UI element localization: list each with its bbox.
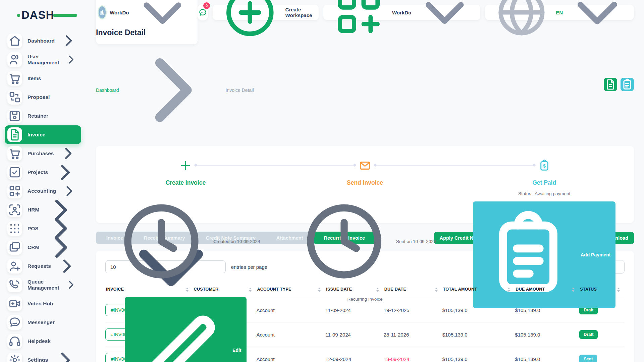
chevron-down-icon (415, 0, 475, 43)
table-header-cell[interactable]: ACCOUNT TYPE (256, 284, 325, 298)
progress-step: $ Get Paid Status : Awaiting payment Add… (454, 146, 634, 362)
breadcrumb-link[interactable]: Dashboard (96, 87, 119, 93)
sidebar-item-label: HRM (28, 207, 39, 213)
chat-round-icon (7, 315, 22, 330)
sidebar-item-label: Dashboard (28, 38, 55, 44)
sidebar-item[interactable]: User Management (5, 50, 81, 69)
sort-desc-icon (186, 290, 189, 292)
chevron-right-icon (65, 53, 77, 66)
sidebar-item[interactable]: Dashboard (5, 32, 81, 50)
plus-icon (179, 159, 192, 172)
column-label: ACCOUNT TYPE (257, 287, 291, 292)
sort-asc-icon (617, 288, 620, 289)
chevron-right-icon (122, 40, 223, 140)
table-header-cell[interactable]: DUE AMOUNT (515, 284, 579, 298)
column-label: STATUS (580, 287, 597, 292)
grid-plus-icon (7, 184, 22, 198)
sort-asc-icon (186, 288, 189, 289)
sidebar-item[interactable]: Projects (5, 163, 81, 182)
clipboard-dollar-icon: $ (538, 159, 551, 172)
cart-icon (7, 146, 22, 161)
sidebar-item[interactable]: Items (5, 69, 81, 88)
page-header-buttons (604, 78, 634, 91)
clipboard-icon (621, 78, 634, 91)
sidebar-item[interactable]: Settings (5, 351, 81, 362)
sidebar-item-label: Projects (28, 169, 48, 175)
table-header-cell[interactable]: ISSUE DATE (325, 284, 383, 298)
clock-icon (294, 191, 394, 292)
chevron-right-icon (56, 256, 77, 277)
step-title: Get Paid (532, 179, 556, 186)
sidebar-item-label: Messenger (28, 319, 55, 325)
column-label: ISSUE DATE (326, 287, 352, 292)
sidebar-item[interactable]: Requests (5, 257, 81, 276)
column-label: DUE AMOUNT (516, 287, 545, 292)
sort-icon (435, 288, 438, 292)
step-title: Create Invoice (166, 179, 206, 186)
chevron-right-icon (53, 161, 77, 184)
pencil-icon (130, 300, 230, 362)
brand-name: DASH (21, 9, 54, 21)
sort-icon (507, 288, 510, 292)
table-header-cell[interactable]: STATUS (579, 284, 625, 298)
sort-desc-icon (376, 290, 379, 292)
sidebar-item[interactable]: Retainer (5, 107, 81, 125)
sidebar-item[interactable]: Messenger (5, 313, 81, 332)
table-header-cell[interactable]: DUE DATE (384, 284, 442, 298)
step-meta-text: Created on 10-09-2024 (213, 239, 260, 244)
sort-asc-icon (572, 288, 575, 289)
language-selector[interactable]: EN (485, 5, 634, 20)
page-title: Invoice Detail (96, 28, 254, 37)
logo-dot (17, 14, 20, 17)
grid-plus-icon (329, 0, 389, 43)
topbar-right: 0 Create Workspace WorkDo EN (198, 4, 634, 20)
sidebar-item-label: Settings (28, 357, 48, 362)
sort-icon (376, 288, 379, 292)
sort-asc-icon (507, 288, 510, 289)
sidebar-item-label: Items (28, 75, 41, 81)
sidebar-item-label: POS (28, 226, 39, 232)
main-area: WorkDo 0 Create Workspace WorkDo EN (86, 0, 644, 362)
table-header-cell[interactable]: INVOICE (105, 284, 193, 298)
sidebar-item[interactable]: Queue Management (5, 276, 81, 294)
sidebar-item-label: Queue Management (28, 279, 59, 291)
new-invoice-button[interactable] (604, 78, 617, 91)
cart-icon (7, 71, 22, 86)
sidebar-item[interactable]: Proposal (5, 88, 81, 107)
chevron-right-icon (65, 279, 77, 291)
breadcrumb-current: Invoice Detail (226, 87, 254, 93)
step-connector (196, 165, 355, 166)
gear-icon (7, 353, 22, 362)
sidebar-item-label: Proposal (28, 94, 50, 100)
step-action-button[interactable]: Edit (125, 297, 246, 362)
step-connector (375, 165, 534, 166)
table-header-cell[interactable]: TOTAL AMOUNT (442, 284, 515, 298)
table-header-row: INVOICE CUSTOMER (105, 284, 625, 298)
sort-desc-icon (435, 290, 438, 292)
users-icon (7, 52, 22, 67)
sidebar-item-label: Accounting (28, 188, 56, 194)
topbar: WorkDo 0 Create Workspace WorkDo EN (96, 0, 634, 21)
messages-button[interactable]: 0 (198, 4, 208, 20)
sidebar-item[interactable]: Purchases (5, 144, 81, 163)
create-workspace-button[interactable]: Create Workspace (213, 5, 319, 20)
sidebar-item[interactable]: Video Hub (5, 294, 81, 313)
breadcrumb: Dashboard Invoice Detail (96, 40, 254, 140)
copy-invoice-button[interactable] (621, 78, 634, 91)
sort-desc-icon (617, 290, 620, 292)
step-title: Send Invoice (347, 179, 383, 186)
language-label: EN (556, 10, 563, 15)
step-meta-text: Sent on 10-09-2024 (396, 239, 436, 244)
file-icon (604, 78, 617, 91)
table-header-cell[interactable]: CUSTOMER (193, 284, 257, 298)
sort-desc-icon (318, 290, 321, 292)
column-label: INVOICE (106, 287, 124, 292)
sidebar-item[interactable]: Invoice (5, 125, 81, 144)
step-button-label: Add Payment (581, 252, 610, 257)
sidebar-item[interactable]: CRM (5, 238, 81, 257)
workspace-name: WorkDo (110, 10, 129, 15)
svg-text:$: $ (543, 163, 546, 169)
account-menu[interactable]: WorkDo (323, 5, 480, 20)
sort-icon (617, 288, 620, 292)
grid-dots-icon (7, 221, 22, 236)
